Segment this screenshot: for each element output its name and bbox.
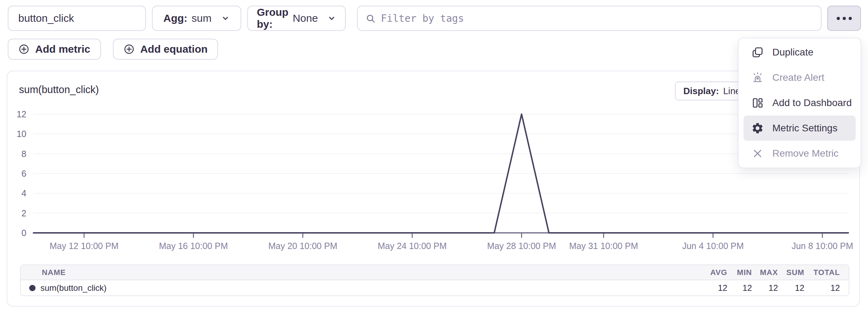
y-axis-label: 12 xyxy=(17,109,26,119)
add-equation-button[interactable]: Add equation xyxy=(113,39,218,60)
y-axis-label: 8 xyxy=(21,149,26,159)
cell-max: 12 xyxy=(752,283,778,293)
group-by-value: None xyxy=(293,12,318,24)
menu-item-duplicate[interactable]: Duplicate xyxy=(743,40,856,65)
duplicate-icon xyxy=(751,46,764,59)
menu-item-create-alert[interactable]: Create Alert xyxy=(743,65,856,90)
x-axis-label: May 20 10:00 PM xyxy=(268,241,337,251)
header-total: TOTAL xyxy=(804,268,840,277)
menu-item-add-to-dashboard[interactable]: Add to Dashboard xyxy=(743,90,856,116)
metric-name-field xyxy=(8,6,146,31)
chart-title: sum(button_click) xyxy=(19,84,99,96)
metric-explorer-screen: { "toolbar": { "metric_input": {"value":… xyxy=(0,0,868,314)
dashboard-icon xyxy=(751,97,764,109)
cell-avg: 12 xyxy=(703,283,727,293)
circle-plus-icon xyxy=(18,44,30,55)
cell-total: 12 xyxy=(804,283,840,293)
more-options-button[interactable] xyxy=(827,6,861,31)
y-axis-label: 2 xyxy=(21,208,26,218)
agg-label: Agg: xyxy=(164,12,187,24)
add-equation-label: Add equation xyxy=(140,43,208,55)
y-axis-label: 6 xyxy=(21,169,26,178)
y-axis-label: 10 xyxy=(17,129,26,139)
close-icon xyxy=(751,147,764,160)
group-by-dropdown[interactable]: Group by: None xyxy=(247,6,346,31)
menu-item-label: Create Alert xyxy=(772,72,824,83)
add-metric-button[interactable]: Add metric xyxy=(8,39,101,60)
menu-item-label: Remove Metric xyxy=(772,148,838,159)
toolbar: Agg: sum Group by: None xyxy=(8,6,861,31)
cell-sum: 12 xyxy=(778,283,804,293)
metric-actions: Add metric Add equation xyxy=(8,39,218,60)
more-options-menu: Duplicate Create Alert Add to Dashboard … xyxy=(738,38,861,168)
display-label: Display: xyxy=(683,86,719,97)
y-axis-label: 0 xyxy=(21,228,26,238)
menu-item-remove-metric[interactable]: Remove Metric xyxy=(743,141,856,166)
agg-dropdown[interactable]: Agg: sum xyxy=(152,6,241,31)
x-axis-label: Jun 8 10:00 PM xyxy=(792,241,853,251)
cell-min: 12 xyxy=(727,283,752,293)
circle-plus-icon xyxy=(123,44,135,55)
x-axis-label: Jun 4 10:00 PM xyxy=(682,241,744,251)
menu-item-label: Metric Settings xyxy=(772,123,837,134)
header-max: MAX xyxy=(752,268,778,277)
menu-item-label: Add to Dashboard xyxy=(772,97,852,109)
header-min: MIN xyxy=(727,268,752,277)
agg-value: sum xyxy=(192,12,212,24)
summary-table-header: NAME AVG MIN MAX SUM TOTAL xyxy=(21,265,849,280)
chevron-down-icon xyxy=(327,14,336,23)
x-axis-label: May 16 10:00 PM xyxy=(159,241,228,251)
line-chart: 024681012May 12 10:00 PMMay 16 10:00 PMM… xyxy=(7,105,859,254)
group-by-label: Group by: xyxy=(257,6,288,30)
tag-filter-input[interactable] xyxy=(358,13,821,24)
header-name: NAME xyxy=(21,268,703,277)
chevron-down-icon xyxy=(221,14,230,23)
series-summary-table: NAME AVG MIN MAX SUM TOTAL sum(button_cl… xyxy=(20,264,849,296)
table-row[interactable]: sum(button_click) 12 12 12 12 12 xyxy=(21,280,849,295)
y-axis-label: 4 xyxy=(21,188,26,198)
header-sum: SUM xyxy=(778,268,804,277)
ellipsis-icon xyxy=(837,17,840,20)
x-axis-label: May 28 10:00 PM xyxy=(487,241,556,251)
x-axis-label: May 31 10:00 PM xyxy=(569,241,638,251)
header-avg: AVG xyxy=(703,268,727,277)
x-axis-label: May 24 10:00 PM xyxy=(378,241,447,251)
menu-item-metric-settings[interactable]: Metric Settings xyxy=(743,116,856,141)
series-color-dot xyxy=(29,285,36,291)
tag-filter-field xyxy=(357,6,822,31)
menu-item-label: Duplicate xyxy=(772,47,813,58)
chart-card: sum(button_click) Display: Line 02468101… xyxy=(7,71,860,307)
search-icon xyxy=(365,13,376,26)
gear-icon xyxy=(751,122,764,135)
series-name: sum(button_click) xyxy=(40,283,107,293)
metric-name-input[interactable] xyxy=(8,12,145,24)
add-metric-label: Add metric xyxy=(35,43,90,55)
x-axis-label: May 12 10:00 PM xyxy=(50,241,119,251)
alarm-icon xyxy=(751,71,764,84)
